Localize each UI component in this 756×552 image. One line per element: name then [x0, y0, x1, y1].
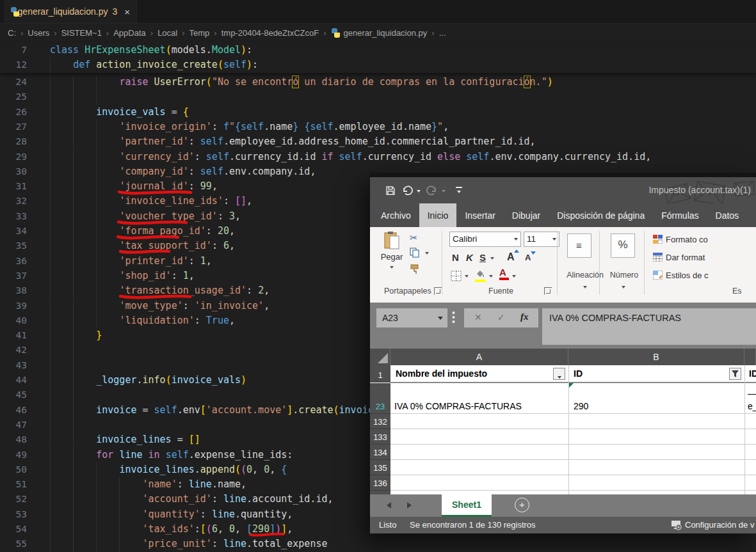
- row-header-135[interactable]: 135: [370, 460, 390, 475]
- format-painter-icon[interactable]: [410, 264, 420, 274]
- redo-dropdown-icon[interactable]: [442, 190, 446, 193]
- cell-c23-bottom[interactable]: e_: [748, 401, 756, 411]
- cell-c23-top[interactable]: —: [748, 388, 756, 398]
- fill-color-dropdown-icon[interactable]: [489, 275, 493, 278]
- breadcrumb-separator-icon: ›: [150, 28, 153, 38]
- line-number: 7: [3, 43, 27, 58]
- code-line-12: 12 def action_invoice_create(self):: [0, 58, 756, 72]
- font-size-combobox[interactable]: 11: [524, 232, 559, 247]
- copy-dropdown-icon[interactable]: [425, 252, 429, 255]
- status-ready[interactable]: Listo: [379, 520, 396, 530]
- row-header-133[interactable]: 133: [370, 429, 390, 445]
- breadcrumb-item[interactable]: C:: [8, 28, 16, 38]
- row-header-132[interactable]: 132: [370, 414, 390, 429]
- breadcrumb-item[interactable]: AppData: [113, 28, 146, 38]
- italic-button[interactable]: K: [466, 252, 473, 263]
- cell-c1[interactable]: ID: [749, 368, 756, 379]
- sheet-tab-bar: Sheet1 +: [370, 494, 756, 517]
- formula-input[interactable]: IVA 0% COMPRAS-FACTURAS: [542, 308, 756, 345]
- borders-icon[interactable]: [451, 271, 462, 281]
- conditional-formatting-icon: [653, 235, 663, 244]
- column-header-c[interactable]: [744, 349, 756, 365]
- spreadsheet-grid[interactable]: A B 1 Nombre del impuesto ID ID 23 IVA 0…: [370, 349, 756, 494]
- font-name-combobox[interactable]: Calibri: [449, 232, 521, 247]
- breadcrumb-separator-icon: ›: [182, 28, 184, 38]
- cell-a23[interactable]: IVA 0% COMPRAS-FACTURAS: [394, 401, 522, 411]
- close-icon[interactable]: ×: [124, 6, 130, 17]
- paste-button[interactable]: Pegar: [378, 231, 406, 271]
- save-icon[interactable]: [385, 185, 396, 196]
- filter-dropdown-a1[interactable]: [553, 368, 565, 380]
- excel-title-bar[interactable]: Impuesto (account.tax)(1): [370, 177, 756, 203]
- row-header-134[interactable]: 134: [370, 445, 390, 460]
- bold-button[interactable]: N: [452, 252, 459, 263]
- copy-icon[interactable]: [410, 248, 420, 258]
- clipboard-dialog-launcher-icon[interactable]: [434, 287, 442, 295]
- sheet-next-icon[interactable]: [407, 502, 412, 509]
- line-number: 43: [3, 358, 27, 373]
- row-header-136[interactable]: 136: [370, 475, 390, 491]
- tab-generar-liquidacion[interactable]: generar_liquidacion.py 3 ×: [4, 0, 137, 23]
- row-header-23[interactable]: 23: [370, 383, 390, 414]
- breadcrumb-item[interactable]: SISTEM~1: [61, 28, 102, 38]
- breadcrumb-item[interactable]: Temp: [189, 28, 210, 38]
- cell-a1[interactable]: Nombre del impuesto: [396, 368, 487, 379]
- font-color-dropdown-icon[interactable]: [512, 275, 516, 278]
- breadcrumb-item[interactable]: ...: [439, 28, 446, 38]
- enter-icon[interactable]: ✓: [497, 312, 505, 322]
- font-color-button[interactable]: A: [499, 267, 509, 280]
- redo-icon[interactable]: [426, 185, 437, 196]
- cell-styles-button[interactable]: Estilos de c: [653, 268, 708, 282]
- borders-dropdown-icon[interactable]: [465, 275, 469, 278]
- number-format-button[interactable]: %: [611, 233, 635, 258]
- filter-funnel-b1[interactable]: [729, 368, 741, 380]
- font-dialog-launcher-icon[interactable]: [544, 287, 552, 295]
- conditional-formatting-button[interactable]: Formato co: [653, 232, 708, 246]
- ribbon-tab-disposici-n-de-p-gina[interactable]: Disposición de página: [549, 203, 653, 227]
- editor-tab-strip: generar_liquidacion.py 3 ×: [0, 0, 756, 24]
- sheet-tab-sheet1[interactable]: Sheet1: [442, 494, 492, 517]
- breadcrumb-item[interactable]: Users: [28, 28, 49, 38]
- shrink-font-button[interactable]: A: [525, 253, 531, 262]
- ribbon-tab-insertar[interactable]: Insertar: [456, 203, 503, 227]
- sheet-prev-icon[interactable]: [387, 502, 391, 509]
- cell-styles-icon: [653, 271, 663, 280]
- ribbon-tab-f-rmulas[interactable]: Fórmulas: [653, 203, 707, 227]
- grow-font-button[interactable]: A: [507, 251, 515, 263]
- cell-b23[interactable]: 290: [574, 401, 588, 411]
- name-box[interactable]: A23: [376, 308, 447, 327]
- fill-color-button[interactable]: [475, 269, 486, 282]
- format-as-table-button[interactable]: Dar format: [653, 250, 705, 264]
- cut-icon[interactable]: ✂: [410, 232, 418, 244]
- breadcrumb-item[interactable]: generar_liquidacion.py: [344, 28, 428, 38]
- customize-qat-icon[interactable]: [456, 187, 462, 188]
- column-header-b[interactable]: B: [568, 349, 744, 365]
- formula-bar-dots-icon[interactable]: •••: [452, 311, 455, 324]
- ribbon-tab-archivo[interactable]: Archivo: [373, 203, 419, 227]
- ribbon-tab-inicio[interactable]: Inicio: [419, 203, 457, 227]
- insert-function-icon[interactable]: fx: [520, 311, 529, 322]
- underline-button[interactable]: S: [479, 252, 486, 263]
- alignment-dropdown-icon[interactable]: [583, 286, 587, 288]
- cell-b1[interactable]: ID: [574, 368, 583, 379]
- row-header-1[interactable]: 1: [370, 365, 390, 382]
- ribbon-tab-datos[interactable]: Datos: [707, 203, 748, 227]
- undo-icon[interactable]: [402, 185, 413, 196]
- select-all-corner[interactable]: [370, 349, 390, 365]
- code-line-28: 28 'partner_id': self.employee_id.addres…: [0, 134, 756, 149]
- number-dropdown-icon[interactable]: [622, 286, 625, 288]
- line-number: 12: [3, 58, 27, 72]
- ribbon-tab-dibujar[interactable]: Dibujar: [504, 203, 549, 227]
- code-line-55: 55 'price_unit': line.total_expense: [0, 537, 756, 551]
- status-view-settings[interactable]: Configuración de v: [685, 520, 754, 530]
- cancel-icon[interactable]: ✕: [474, 312, 482, 322]
- breadcrumb-item[interactable]: Local: [157, 28, 177, 38]
- underline-dropdown-icon[interactable]: [490, 257, 494, 260]
- new-sheet-icon[interactable]: +: [515, 498, 529, 512]
- undo-dropdown-icon[interactable]: [417, 190, 421, 193]
- breadcrumb-item[interactable]: tmp-20404-8edeZtxCZcoF: [221, 28, 319, 38]
- view-settings-icon[interactable]: [671, 520, 682, 530]
- python-file-icon: [10, 7, 13, 17]
- alignment-button[interactable]: ≡: [567, 233, 591, 258]
- column-header-a[interactable]: A: [390, 349, 568, 365]
